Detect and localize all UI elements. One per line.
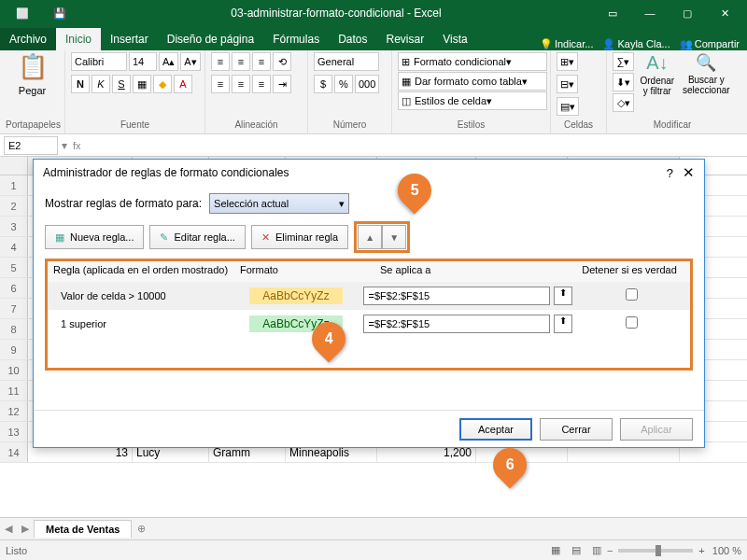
view-page-break-icon[interactable]: ▥ bbox=[586, 544, 607, 556]
row-header[interactable]: 9 bbox=[0, 340, 28, 359]
align-bot-icon[interactable]: ≡ bbox=[252, 52, 271, 71]
edit-rule-button[interactable]: Editar regla... bbox=[149, 225, 245, 249]
col-stop-header: Detener si es verdad bbox=[569, 261, 690, 282]
align-right-icon[interactable]: ≡ bbox=[252, 75, 271, 93]
namebox-dropdown-icon[interactable]: ▾ bbox=[62, 139, 67, 152]
percent-icon[interactable]: % bbox=[334, 75, 353, 93]
tab-file[interactable]: Archivo bbox=[0, 28, 56, 50]
paste-icon[interactable]: 📋 bbox=[18, 52, 48, 81]
close-button[interactable]: Cerrar bbox=[540, 418, 613, 441]
clear-icon[interactable]: ◇▾ bbox=[613, 93, 634, 112]
apply-button[interactable]: Aplicar bbox=[620, 418, 693, 441]
insert-cells-icon[interactable]: ⊞▾ bbox=[557, 52, 578, 71]
border-icon[interactable]: ▦ bbox=[133, 75, 151, 93]
sheet-nav-prev-icon[interactable]: ◀ bbox=[0, 523, 17, 535]
font-name-select[interactable] bbox=[71, 52, 127, 71]
align-mid-icon[interactable]: ≡ bbox=[232, 52, 250, 71]
range-selector-icon[interactable]: ⬆ bbox=[554, 315, 572, 333]
fill-color-icon[interactable]: ◆ bbox=[153, 75, 172, 93]
zoom-out-icon[interactable]: − bbox=[607, 545, 613, 556]
row-header[interactable]: 1 bbox=[0, 175, 28, 195]
rule-row[interactable]: 1 superior AaBbCcYyZz ⬆ bbox=[48, 310, 690, 338]
row-header[interactable]: 4 bbox=[0, 237, 28, 257]
maximize-icon[interactable]: ▢ bbox=[669, 0, 706, 26]
ribbon-options-icon[interactable]: ▭ bbox=[594, 0, 631, 26]
move-rule-down-button[interactable]: ▼ bbox=[382, 225, 406, 249]
view-normal-icon[interactable]: ▦ bbox=[545, 544, 566, 556]
save-icon[interactable]: 💾 bbox=[41, 0, 78, 26]
delete-cells-icon[interactable]: ⊟▾ bbox=[557, 75, 578, 93]
row-header[interactable]: 8 bbox=[0, 319, 28, 339]
applies-to-input[interactable] bbox=[363, 315, 550, 333]
number-format-select[interactable] bbox=[314, 52, 379, 71]
tell-me[interactable]: Indicar... bbox=[540, 38, 594, 50]
show-rules-combo[interactable]: Selección actual▾ bbox=[209, 193, 349, 214]
applies-to-input[interactable] bbox=[363, 287, 550, 305]
rule-description: 1 superior bbox=[48, 318, 229, 329]
zoom-slider[interactable] bbox=[618, 549, 693, 553]
orientation-icon[interactable]: ⟲ bbox=[273, 52, 291, 71]
tab-insert[interactable]: Insertar bbox=[101, 28, 158, 50]
increase-font-icon[interactable]: A▴ bbox=[159, 52, 178, 71]
sheet-tab-active[interactable]: Meta de Ventas bbox=[34, 520, 132, 538]
fx-icon[interactable]: fx bbox=[73, 140, 81, 151]
underline-button[interactable]: S bbox=[112, 75, 131, 93]
row-header[interactable]: 14 bbox=[0, 442, 28, 462]
tab-view[interactable]: Vista bbox=[433, 28, 476, 50]
decrease-font-icon[interactable]: A▾ bbox=[180, 52, 200, 71]
find-select-icon[interactable]: 🔍 bbox=[696, 52, 716, 73]
format-as-table-button[interactable]: ▦ Dar formato como tabla ▾ bbox=[398, 72, 547, 91]
share-button[interactable]: Compartir bbox=[680, 38, 740, 50]
zoom-in-icon[interactable]: + bbox=[698, 545, 704, 556]
minimize-icon[interactable]: — bbox=[631, 0, 669, 26]
row-header[interactable]: 13 bbox=[0, 422, 28, 441]
row-header[interactable]: 10 bbox=[0, 360, 28, 380]
stop-if-true-checkbox[interactable] bbox=[626, 288, 638, 301]
cell-styles-button[interactable]: ◫ Estilos de celda ▾ bbox=[398, 91, 547, 110]
italic-button[interactable]: K bbox=[92, 75, 110, 93]
align-center-icon[interactable]: ≡ bbox=[232, 75, 250, 93]
user-account[interactable]: Kayla Cla... bbox=[602, 38, 669, 50]
row-header[interactable]: 7 bbox=[0, 299, 28, 318]
sort-filter-icon[interactable]: A↓ bbox=[646, 52, 668, 74]
dialog-help-icon[interactable]: ? bbox=[667, 166, 673, 180]
name-box[interactable]: E2 bbox=[4, 136, 58, 155]
tab-page-layout[interactable]: Diseño de página bbox=[158, 28, 263, 50]
view-page-layout-icon[interactable]: ▤ bbox=[566, 544, 586, 556]
dialog-close-icon[interactable]: ✕ bbox=[683, 164, 695, 181]
fill-icon[interactable]: ⬇▾ bbox=[613, 73, 634, 91]
row-header[interactable]: 3 bbox=[0, 217, 28, 236]
row-header[interactable]: 12 bbox=[0, 401, 28, 421]
row-header[interactable]: 6 bbox=[0, 278, 28, 298]
tab-home[interactable]: Inicio bbox=[56, 28, 101, 50]
delete-rule-button[interactable]: Eliminar regla bbox=[251, 225, 348, 249]
rule-description: Valor de celda > 10000 bbox=[48, 290, 229, 301]
add-sheet-icon[interactable]: ⊕ bbox=[132, 523, 150, 535]
zoom-level[interactable]: 100 % bbox=[712, 545, 741, 556]
indent-icon[interactable]: ⇥ bbox=[273, 75, 291, 93]
sheet-nav-next-icon[interactable]: ▶ bbox=[17, 523, 34, 535]
format-cells-icon[interactable]: ▤▾ bbox=[557, 97, 579, 116]
ok-button[interactable]: Aceptar bbox=[459, 418, 532, 441]
row-header[interactable]: 5 bbox=[0, 258, 28, 277]
row-header[interactable]: 2 bbox=[0, 196, 28, 216]
conditional-formatting-button[interactable]: ⊞ Formato condicional ▾ bbox=[398, 52, 547, 71]
align-left-icon[interactable]: ≡ bbox=[211, 75, 230, 93]
font-size-select[interactable] bbox=[129, 52, 157, 71]
new-rule-button[interactable]: Nueva regla... bbox=[45, 225, 144, 249]
currency-icon[interactable]: $ bbox=[314, 75, 332, 93]
font-color-icon[interactable]: A bbox=[174, 75, 192, 93]
close-icon[interactable]: ✕ bbox=[706, 0, 743, 26]
range-selector-icon[interactable]: ⬆ bbox=[554, 287, 572, 305]
bold-button[interactable]: N bbox=[71, 75, 90, 93]
tab-formulas[interactable]: Fórmulas bbox=[263, 28, 329, 50]
comma-icon[interactable]: 000 bbox=[355, 75, 379, 93]
row-header[interactable]: 11 bbox=[0, 381, 28, 400]
align-top-icon[interactable]: ≡ bbox=[211, 52, 230, 71]
autosum-icon[interactable]: ∑▾ bbox=[613, 52, 634, 71]
tab-data[interactable]: Datos bbox=[329, 28, 376, 50]
rule-row[interactable]: Valor de celda > 10000 AaBbCcYyZz ⬆ bbox=[48, 282, 690, 310]
stop-if-true-checkbox[interactable] bbox=[626, 316, 638, 329]
move-rule-up-button[interactable]: ▲ bbox=[358, 225, 382, 249]
tab-review[interactable]: Revisar bbox=[377, 28, 434, 50]
